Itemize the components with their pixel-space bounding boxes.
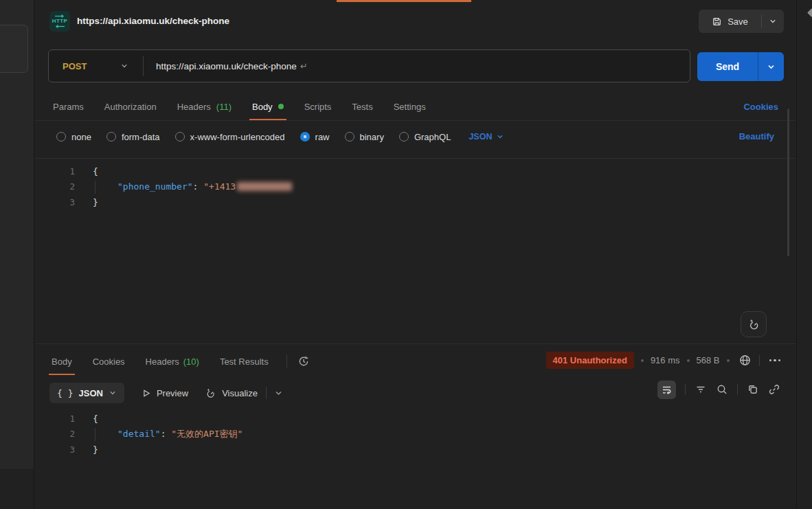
preview-button[interactable]: Preview	[141, 388, 188, 398]
send-options-button[interactable]	[758, 52, 784, 81]
app-window: HTTP https://api.xiaomu.uk/check-phone S…	[0, 0, 812, 509]
tab-tests[interactable]: Tests	[352, 93, 372, 120]
mode-x-www-form-urlencoded[interactable]: x-www-form-urlencoded	[175, 132, 285, 142]
code-line: 2 "phone_number": "+1413	[35, 179, 796, 195]
json-value: "+1413	[203, 181, 236, 192]
enter-hint: ↵	[300, 61, 308, 71]
dot-separator	[727, 359, 730, 362]
mode-raw[interactable]: raw	[300, 132, 330, 142]
send-button-group: Send	[697, 52, 784, 81]
network-info-button[interactable]	[738, 353, 752, 367]
divider	[737, 384, 738, 395]
divider	[286, 355, 287, 367]
response-tab-body[interactable]: Body	[52, 348, 72, 375]
code-line: 2 "detail": "无效的API密钥"	[35, 427, 796, 442]
sparkle-circle-icon	[747, 318, 760, 331]
tab-body[interactable]: Body	[252, 93, 284, 120]
braces-icon: { }	[57, 388, 73, 398]
active-tab-indicator	[337, 0, 471, 2]
response-tab-headers[interactable]: Headers (10)	[146, 348, 199, 375]
http-request-icon: HTTP	[49, 11, 70, 32]
save-options-button[interactable]	[762, 10, 784, 33]
radio-icon	[56, 132, 66, 142]
globe-icon	[738, 353, 752, 367]
response-time[interactable]: 916 ms	[651, 355, 680, 365]
response-tab-test-results[interactable]: Test Results	[220, 348, 269, 375]
divider	[143, 56, 144, 76]
copy-icon	[747, 383, 759, 396]
link-button[interactable]	[768, 383, 780, 396]
radio-icon	[399, 132, 409, 142]
indent-guide	[95, 428, 95, 441]
url-input[interactable]: https://api.xiaomu.uk/check-phone	[156, 61, 297, 71]
mode-binary[interactable]: binary	[345, 132, 384, 142]
send-button[interactable]: Send	[697, 52, 758, 81]
visualize-button[interactable]: Visualize	[205, 387, 258, 399]
save-label: Save	[728, 16, 748, 27]
response-size[interactable]: 568 B	[697, 355, 720, 365]
postbot-button[interactable]	[741, 311, 767, 337]
tab-scripts[interactable]: Scripts	[304, 93, 332, 120]
dot-separator	[687, 359, 690, 362]
sidebar-footer	[0, 469, 34, 509]
language-dropdown[interactable]: JSON	[469, 132, 504, 142]
tab-authorization[interactable]: Authorization	[104, 93, 157, 120]
response-meta: 401 Unauthorized 916 ms 568 B	[546, 352, 783, 369]
save-button[interactable]: Save	[699, 10, 761, 33]
more-options-button[interactable]	[767, 357, 784, 365]
chevron-down-icon	[120, 62, 128, 70]
mode-none[interactable]: none	[56, 132, 91, 142]
json-key: "detail"	[117, 429, 161, 439]
json-value: "无效的API密钥"	[171, 429, 243, 439]
tab-settings[interactable]: Settings	[394, 93, 426, 120]
response-viewer-bar: { } JSON Preview	[49, 382, 283, 404]
redacted-value	[237, 182, 292, 191]
history-button[interactable]	[297, 354, 311, 368]
code-line: 3 }	[35, 194, 796, 210]
link-icon	[768, 383, 780, 396]
response-tools	[657, 383, 780, 396]
sparkle-circle-icon	[205, 387, 216, 399]
copy-button[interactable]	[747, 383, 759, 396]
tab-params[interactable]: Params	[53, 93, 84, 120]
filter-icon	[695, 383, 707, 396]
status-badge[interactable]: 401 Unauthorized	[546, 352, 634, 369]
save-icon	[712, 16, 722, 27]
indent-guide	[95, 181, 95, 194]
dot-separator	[641, 359, 644, 362]
divider	[685, 384, 686, 395]
save-button-group: Save	[699, 10, 784, 33]
response-format-dropdown[interactable]: { } JSON	[49, 383, 124, 403]
mode-form-data[interactable]: form-data	[106, 132, 160, 142]
viewer-options-button[interactable]	[274, 389, 283, 398]
filter-button[interactable]	[695, 383, 707, 396]
history-clock-icon	[297, 354, 311, 368]
scrollbar[interactable]	[787, 109, 789, 256]
tab-headers[interactable]: Headers (11)	[177, 93, 232, 120]
search-button[interactable]	[716, 383, 728, 396]
radio-icon	[345, 132, 354, 142]
chevron-down-icon	[496, 133, 504, 141]
left-sidebar	[0, 0, 34, 509]
cookies-link[interactable]: Cookies	[743, 102, 778, 112]
divider	[266, 387, 267, 399]
sidebar-partial-panel[interactable]	[0, 25, 28, 73]
method-dropdown-button[interactable]	[120, 62, 128, 70]
method-selector[interactable]: POST	[63, 61, 93, 71]
code-line: 1 {	[35, 411, 796, 427]
send-label: Send	[716, 61, 739, 72]
wrap-text-button[interactable]	[657, 381, 676, 399]
mode-graphql[interactable]: GraphQL	[399, 132, 451, 142]
code-line: 3 }	[35, 442, 796, 457]
request-body-editor[interactable]: 1 { 2 "phone_number": "+1413 3 }	[35, 158, 796, 343]
request-title: https://api.xiaomu.uk/check-phone	[77, 16, 229, 26]
headers-count: (11)	[216, 102, 232, 112]
response-tab-cookies[interactable]: Cookies	[93, 348, 125, 375]
request-url-bar: POST https://api.xiaomu.uk/check-phone ↵	[48, 49, 690, 82]
right-sidebar	[796, 0, 812, 509]
radio-icon	[106, 132, 116, 142]
wrap-text-icon	[661, 384, 673, 396]
chevron-down-icon	[769, 17, 777, 25]
code-line: 1 {	[35, 163, 796, 179]
beautify-link[interactable]: Beautify	[739, 131, 774, 142]
